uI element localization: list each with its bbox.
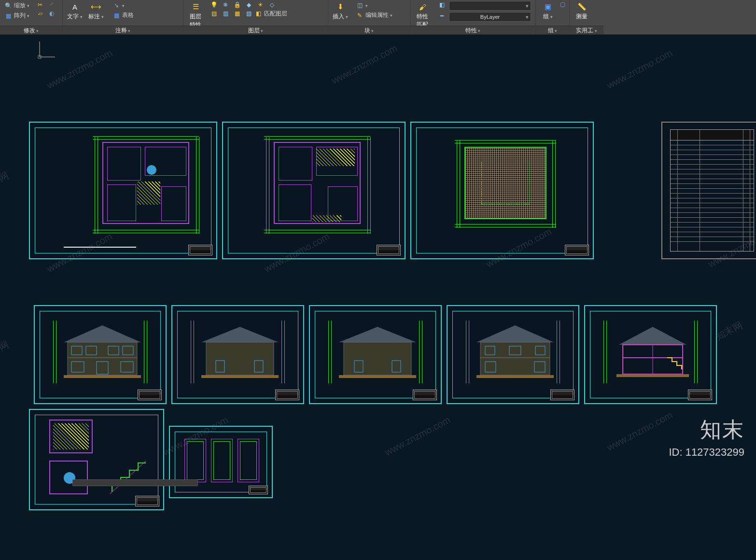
title-block (377, 245, 401, 255)
horizontal-scrollbar[interactable] (72, 479, 198, 486)
text-button[interactable]: A 文字 (66, 1, 84, 22)
watermark: www.znzmo.com (605, 409, 674, 453)
group-button[interactable]: ▣ 组 (539, 1, 557, 22)
sheet-schedule[interactable] (661, 122, 756, 259)
offset-icon[interactable]: ▱ (36, 10, 44, 17)
title-block (249, 486, 268, 494)
sheet-elev-side2[interactable] (309, 305, 442, 404)
drawing-canvas[interactable]: www.znzmo.com www.znzmo.com www.znzmo.co… (0, 35, 756, 560)
title-block (275, 390, 299, 400)
sheet-roof-plan[interactable] (410, 122, 594, 259)
svg-rect-23 (339, 375, 416, 378)
insert-button[interactable]: ⬇ 插入 (331, 1, 350, 22)
layer-icon-a[interactable]: ▤ (210, 10, 218, 17)
svg-rect-25 (480, 342, 550, 358)
layer-icon-d[interactable]: ▧ (244, 10, 253, 17)
leader-button[interactable]: ↘ (111, 1, 139, 10)
svg-rect-15 (206, 342, 274, 375)
panel-block: ⬇ 插入 ◫ ✎ 编辑属性 块 (328, 0, 410, 34)
panel-label-props[interactable]: 特性 (410, 26, 535, 34)
array-button[interactable]: ▦ 阵列 (3, 11, 31, 20)
panel-label-util[interactable]: 实用工 (570, 26, 603, 34)
insert-icon: ⬇ (334, 2, 347, 12)
roof-plan (464, 147, 546, 219)
panel-util: 📏 测量 实用工 (570, 0, 603, 34)
panel-label-group[interactable]: 组 (536, 26, 569, 34)
title-block (550, 390, 574, 400)
measure-icon: 📏 (575, 2, 588, 12)
mirror-icon[interactable]: ◐ (47, 10, 56, 17)
section (609, 323, 696, 381)
layer-freeze-icon[interactable]: ❄ (221, 1, 230, 9)
svg-marker-33 (619, 327, 686, 345)
dimension-button[interactable]: ⟷ 标注 (87, 1, 105, 22)
watermark: www.znzmo.com (383, 414, 452, 458)
trim-icon[interactable]: ✂ (36, 1, 44, 9)
fillet-icon[interactable]: ◜ (47, 1, 56, 9)
color-dropdown[interactable] (449, 1, 531, 11)
zoom-button[interactable]: 🔍 缩放 (3, 1, 31, 10)
svg-rect-13 (64, 375, 141, 378)
match-layer-button[interactable]: ◧ (256, 10, 261, 17)
layer-off-icon[interactable]: 💡 (210, 1, 218, 9)
group-icon: ▣ (541, 2, 555, 12)
array-icon: ▦ (4, 12, 12, 20)
edit-attr-icon: ✎ (356, 12, 364, 19)
panel-label-block[interactable]: 块 (328, 26, 410, 34)
svg-marker-24 (476, 325, 554, 342)
svg-rect-32 (476, 375, 554, 378)
panel-layers: ☰ 图层 特性 💡 ❄ 🔒 ◆ ☀ ◇ ▤ ▥ ▦ ▧ ◧ (183, 0, 328, 34)
watermark: www.znzmo.com (605, 47, 674, 91)
watermark-cn: 知末网 (0, 337, 11, 363)
sheet-detail-1[interactable] (29, 409, 164, 510)
edit-attr-button[interactable]: ✎ 编辑属性 (354, 11, 394, 20)
watermark-cn: 知末网 (0, 168, 11, 194)
title-block (688, 390, 712, 400)
measure-button[interactable]: 📏 测量 (573, 1, 591, 22)
match-props-icon: 🖌 (416, 2, 429, 12)
layers-icon: ☰ (189, 2, 202, 12)
linetype-dropdown[interactable]: ByLayer (449, 12, 531, 22)
sheet-plan-1f[interactable] (29, 122, 217, 259)
sheet-elev-front[interactable] (34, 305, 167, 404)
layer-un-icon[interactable]: ◇ (267, 1, 276, 9)
schedule-table (670, 129, 754, 252)
layer-lock-icon[interactable]: 🔒 (233, 1, 241, 9)
title-block (413, 390, 437, 400)
leader-icon: ↘ (112, 1, 120, 9)
linetype-icon[interactable]: ━ (437, 12, 446, 20)
sheet-elev-rear[interactable] (447, 305, 579, 404)
table-button[interactable]: ▦ 表格 (111, 11, 139, 20)
brand-logo: 知末 (669, 416, 744, 444)
layer-iso-icon[interactable]: ◆ (244, 1, 253, 9)
linetype-value: ByLayer (480, 14, 500, 20)
panel-label-modify[interactable]: 修改 (0, 26, 62, 34)
ungroup-icon[interactable]: ▢ (560, 1, 565, 8)
layer-icon-b[interactable]: ▥ (221, 10, 230, 17)
sheet-detail-2[interactable] (169, 426, 273, 498)
plan-1f (102, 142, 189, 224)
sheet-section[interactable] (584, 305, 717, 404)
create-block-icon: ◫ (356, 1, 364, 9)
panel-label-annotation[interactable]: 注释 (63, 26, 183, 34)
title-block (565, 245, 589, 255)
watermark-cn: 知末网 (713, 318, 745, 343)
color-picker-icon[interactable]: ◧ (437, 1, 446, 9)
layer-thaw-icon[interactable]: ☀ (256, 1, 265, 9)
layer-icon-c[interactable]: ▦ (233, 10, 241, 17)
create-block-button[interactable]: ◫ (354, 1, 394, 10)
brand-overlay: 知末 ID: 1127323299 (669, 416, 744, 459)
elev-front (59, 323, 146, 381)
svg-line-41 (110, 461, 146, 494)
svg-rect-5 (68, 358, 137, 375)
sheet-elev-side1[interactable] (171, 305, 304, 404)
svg-marker-3 (64, 325, 141, 342)
sheet-plan-2f[interactable] (222, 122, 406, 259)
svg-rect-40 (616, 374, 689, 377)
svg-rect-26 (480, 358, 550, 375)
ribbon-toolbar: 🔍 缩放 ▦ 阵列 ✂ ◜ ▱ ◐ 修改 (0, 0, 756, 35)
panel-label-layers[interactable]: 图层 (183, 26, 328, 34)
svg-rect-20 (344, 342, 411, 375)
panel-group: ▣ 组 ▢ 组 (536, 0, 570, 34)
svg-marker-14 (201, 327, 279, 342)
